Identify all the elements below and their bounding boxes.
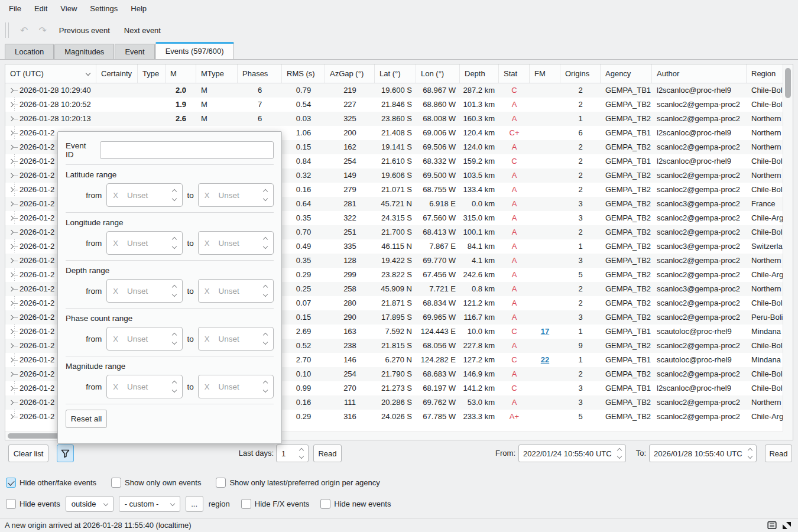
option-checkbox-1[interactable]: Show only own events <box>111 478 201 488</box>
column-header-fm[interactable]: FM <box>530 64 560 83</box>
next-event-button[interactable]: Next event <box>124 26 161 35</box>
column-header-region[interactable]: Region <box>747 64 783 83</box>
tab-2[interactable]: Event <box>115 44 154 59</box>
expand-chevron-icon[interactable] <box>9 315 14 320</box>
spinner-arrows-icon[interactable] <box>300 449 303 458</box>
column-header-lon[interactable]: Lon (°) <box>416 64 460 83</box>
column-header-agency[interactable]: Agency <box>601 64 652 83</box>
clear-icon[interactable]: X <box>113 191 118 200</box>
event-row[interactable]: 2026-01-28 10:29:402.0M60.7921919.600 S6… <box>5 83 783 98</box>
spinner-arrows-icon[interactable] <box>264 286 267 296</box>
clear-icon[interactable]: X <box>205 335 210 343</box>
spinner-arrows-icon[interactable] <box>173 238 176 248</box>
expand-chevron-icon[interactable] <box>9 230 14 235</box>
column-header-phases[interactable]: Phases <box>238 64 282 83</box>
menu-help[interactable]: Help <box>124 0 153 18</box>
option-checkbox-2[interactable]: Show only latest/preferred origin per ag… <box>216 478 379 488</box>
expand-chevron-icon[interactable] <box>9 216 14 220</box>
expand-chevron-icon[interactable] <box>9 273 14 277</box>
log-console-icon[interactable] <box>767 521 777 530</box>
range-to-spinbox[interactable]: XUnset <box>198 231 274 255</box>
checkbox[interactable] <box>111 478 121 488</box>
spinner-arrows-icon[interactable] <box>618 449 621 458</box>
expand-chevron-icon[interactable] <box>9 187 14 192</box>
checkbox[interactable] <box>6 499 16 509</box>
expand-chevron-icon[interactable] <box>9 258 14 263</box>
expand-chevron-icon[interactable] <box>9 145 14 150</box>
fm-link[interactable]: 17 <box>541 327 549 336</box>
expand-chevron-icon[interactable] <box>9 343 14 348</box>
column-header-depth[interactable]: Depth <box>460 64 499 83</box>
clear-icon[interactable]: X <box>205 191 210 200</box>
menu-settings[interactable]: Settings <box>83 0 124 18</box>
event-row[interactable]: 2026-01-28 10:20:132.6M60.0332523.860 S6… <box>5 112 783 126</box>
menu-file[interactable]: File <box>2 0 28 18</box>
spinner-arrows-icon[interactable] <box>173 190 176 200</box>
column-header-stat[interactable]: Stat <box>499 64 530 83</box>
menu-edit[interactable]: Edit <box>28 0 54 18</box>
filter-toggle-button[interactable] <box>57 445 74 462</box>
spinner-arrows-icon[interactable] <box>264 333 267 344</box>
column-header-ot[interactable]: OT (UTC) <box>5 64 96 83</box>
region-more-button[interactable]: ... <box>186 496 203 512</box>
last-days-spinbox[interactable]: 1 <box>276 445 309 462</box>
column-header-rms[interactable]: RMS (s) <box>282 64 325 83</box>
expand-chevron-icon[interactable] <box>9 173 14 178</box>
expand-chevron-icon[interactable] <box>9 131 14 135</box>
spinner-arrows-icon[interactable] <box>173 286 176 296</box>
previous-event-button[interactable]: Previous event <box>59 26 110 35</box>
tab-1[interactable]: Magnitudes <box>54 44 114 59</box>
expand-chevron-icon[interactable] <box>9 159 14 164</box>
clear-list-button[interactable]: Clear list <box>8 445 48 462</box>
event-id-input[interactable] <box>100 141 274 159</box>
region-scope-combobox[interactable]: outside <box>66 496 113 512</box>
clear-icon[interactable]: X <box>205 382 210 391</box>
range-from-spinbox[interactable]: XUnset <box>106 375 183 398</box>
expand-chevron-icon[interactable] <box>9 202 14 206</box>
reset-all-button[interactable]: Reset all <box>66 410 107 428</box>
menu-view[interactable]: View <box>54 0 83 18</box>
region-select-combobox[interactable]: - custom - <box>119 496 180 512</box>
spinner-arrows-icon[interactable] <box>264 381 267 392</box>
expand-chevron-icon[interactable] <box>9 102 14 107</box>
column-header-origins[interactable]: Origins <box>560 64 601 83</box>
checkbox[interactable] <box>241 499 251 509</box>
expand-chevron-icon[interactable] <box>9 400 14 405</box>
clear-icon[interactable]: X <box>205 239 210 248</box>
checkbox[interactable] <box>216 478 226 488</box>
range-to-spinbox[interactable]: XUnset <box>198 183 274 207</box>
expand-chevron-icon[interactable] <box>9 386 14 391</box>
undo-icon[interactable]: ↶ <box>20 25 28 36</box>
column-header-mtype[interactable]: MType <box>196 64 238 83</box>
column-header-lat[interactable]: Lat (°) <box>375 64 416 83</box>
expand-chevron-icon[interactable] <box>9 329 14 334</box>
from-datetime-field[interactable]: 2022/01/24 10:55:40 UTC <box>518 445 626 462</box>
option-checkbox-0[interactable]: Hide other/fake events <box>6 478 96 488</box>
expand-chevron-icon[interactable] <box>9 287 14 291</box>
spinner-arrows-icon[interactable] <box>748 449 752 458</box>
hide-fx-events-option[interactable]: Hide F/X events <box>241 499 310 509</box>
checkbox[interactable] <box>6 478 16 488</box>
expand-chevron-icon[interactable] <box>9 301 14 306</box>
tab-0[interactable]: Location <box>5 44 54 59</box>
expand-chevron-icon[interactable] <box>9 358 14 362</box>
vertical-scrollbar-handle[interactable] <box>785 68 791 98</box>
spinner-arrows-icon[interactable] <box>264 190 267 200</box>
column-header-type[interactable]: Type <box>138 64 166 83</box>
range-to-spinbox[interactable]: XUnset <box>198 375 274 398</box>
expand-chevron-icon[interactable] <box>9 244 14 249</box>
read-last-days-button[interactable]: Read <box>313 445 342 462</box>
vertical-scrollbar[interactable] <box>783 64 793 432</box>
spinner-arrows-icon[interactable] <box>264 238 267 248</box>
range-to-spinbox[interactable]: XUnset <box>198 279 274 303</box>
hide-new-events-option[interactable]: Hide new events <box>320 499 391 509</box>
expand-chevron-icon[interactable] <box>9 414 14 419</box>
read-range-button[interactable]: Read <box>765 445 792 462</box>
range-from-spinbox[interactable]: XUnset <box>106 327 183 351</box>
fm-link[interactable]: 22 <box>541 355 549 364</box>
redo-icon[interactable]: ↷ <box>38 25 46 36</box>
connection-icon[interactable] <box>781 521 792 530</box>
column-header-certainty[interactable]: Certainty <box>96 64 138 83</box>
clear-icon[interactable]: X <box>205 287 210 296</box>
spinner-arrows-icon[interactable] <box>173 381 176 392</box>
